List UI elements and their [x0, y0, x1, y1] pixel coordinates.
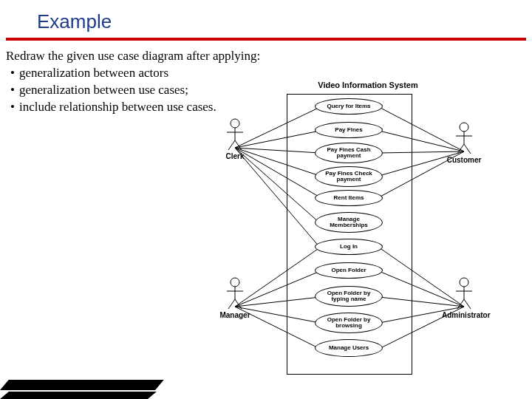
svg-line-31 [235, 299, 242, 309]
actor-label: Manager [213, 311, 257, 319]
svg-line-35 [457, 144, 464, 154]
svg-point-27 [231, 278, 239, 287]
usecase-manageusers: Manage Users [315, 339, 383, 357]
svg-line-41 [464, 299, 471, 309]
svg-line-40 [457, 299, 464, 309]
usecase-query: Query for Items [315, 98, 383, 115]
svg-point-22 [231, 119, 239, 128]
svg-line-25 [228, 140, 235, 150]
actor-label: Clerk [213, 152, 257, 160]
svg-point-37 [460, 278, 468, 287]
actor-customer: Customer [442, 122, 486, 164]
page-title: Example [0, 0, 532, 38]
svg-point-32 [460, 123, 468, 132]
usecase-memberships: Manage Memberships [315, 212, 383, 233]
usecase-rent: Rent Items [315, 190, 383, 206]
usecase-paycash: Pay Fines Cash payment [315, 143, 383, 163]
usecase-diagram: Video Information System Query for Items… [191, 78, 508, 379]
actor-manager: Manager [213, 277, 257, 319]
svg-line-26 [235, 140, 242, 150]
actor-administrator: Administrator [442, 277, 486, 319]
actor-label: Customer [442, 156, 486, 164]
bullet-text: generalization between actors [19, 65, 168, 82]
bullet-text: generalization between use cases; [19, 82, 188, 99]
svg-line-6 [235, 148, 320, 248]
stick-figure-icon [224, 118, 246, 151]
usecase-opentype: Open Folder by typing name [315, 286, 383, 307]
stick-figure-icon [453, 277, 475, 310]
instructions-lead: Redraw the given use case diagram after … [6, 48, 532, 65]
slide-decoration [0, 355, 177, 399]
usecase-openbrowse: Open Folder by browsing [315, 313, 383, 333]
title-underline [6, 38, 526, 41]
actor-clerk: Clerk [213, 118, 257, 160]
actor-label: Administrator [442, 311, 486, 319]
svg-line-30 [228, 299, 235, 309]
usecase-payfines: Pay Fines [315, 122, 383, 138]
stick-figure-icon [224, 277, 246, 310]
bullet-text: include relationship between use cases. [19, 99, 216, 116]
usecase-openfolder: Open Folder [315, 262, 383, 279]
usecase-login: Log In [315, 239, 383, 255]
usecase-paycheck: Pay Fines Check payment [315, 166, 383, 187]
svg-line-36 [464, 144, 471, 154]
stick-figure-icon [453, 122, 475, 154]
